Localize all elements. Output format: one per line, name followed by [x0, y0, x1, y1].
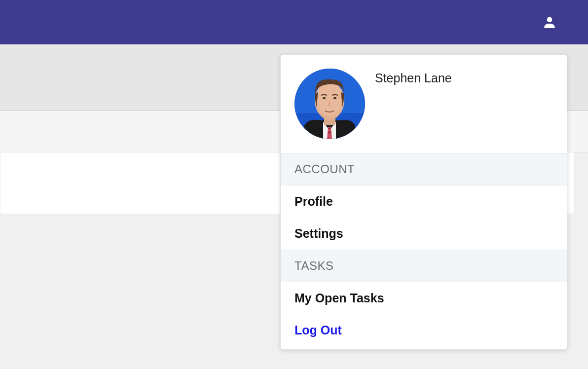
- svg-rect-6: [328, 132, 331, 133]
- menu-item-my-open-tasks[interactable]: My Open Tasks: [281, 282, 567, 314]
- top-navigation-bar: [0, 0, 588, 44]
- section-header-tasks: TASKS: [281, 250, 567, 282]
- menu-item-profile[interactable]: Profile: [281, 185, 567, 218]
- user-icon: [542, 14, 557, 30]
- menu-item-settings[interactable]: Settings: [281, 218, 567, 250]
- svg-point-12: [333, 97, 336, 99]
- svg-point-11: [323, 97, 326, 99]
- profile-section: Stephen Lane: [281, 55, 567, 153]
- section-header-account: ACCOUNT: [281, 153, 567, 185]
- svg-rect-5: [329, 128, 331, 129]
- user-menu-toggle[interactable]: [541, 13, 558, 31]
- svg-point-0: [547, 17, 552, 22]
- user-dropdown-menu: Stephen Lane ACCOUNT Profile Settings TA…: [280, 54, 567, 350]
- menu-item-log-out[interactable]: Log Out: [281, 314, 567, 349]
- user-display-name: Stephen Lane: [375, 71, 452, 85]
- avatar: [294, 69, 365, 139]
